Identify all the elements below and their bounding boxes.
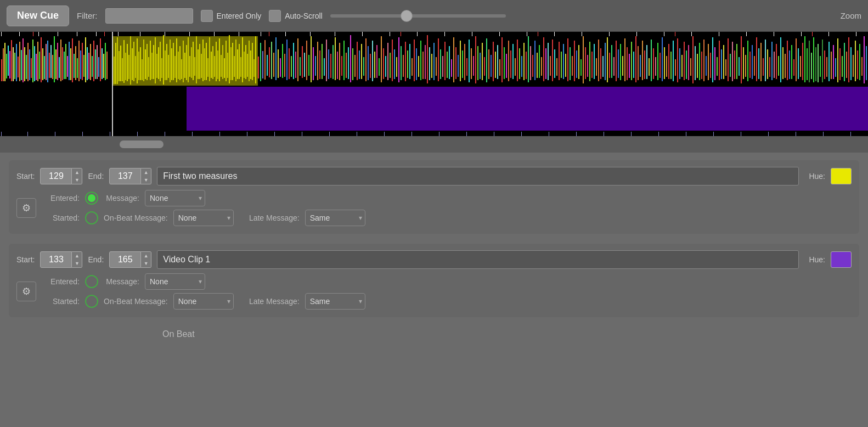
svg-rect-492 xyxy=(466,132,467,136)
cue-1-end-input[interactable] xyxy=(109,168,141,184)
svg-rect-7 xyxy=(118,32,119,36)
cue-2-end-up[interactable]: ▲ xyxy=(141,252,151,260)
svg-rect-47 xyxy=(4,43,5,81)
svg-rect-71 xyxy=(44,56,45,79)
svg-rect-183 xyxy=(234,56,235,77)
cue-2-gear-button[interactable]: ⚙ xyxy=(16,282,36,301)
svg-rect-505 xyxy=(823,132,824,136)
svg-rect-305 xyxy=(495,52,496,78)
svg-rect-460 xyxy=(835,58,836,77)
svg-rect-287 xyxy=(455,47,456,79)
zoom-slider-thumb[interactable] xyxy=(401,10,413,22)
svg-rect-378 xyxy=(655,57,656,76)
cue-1-start-label: Start: xyxy=(16,172,35,181)
svg-rect-251 xyxy=(376,45,377,78)
cue-1-name-input[interactable] xyxy=(157,167,799,186)
svg-rect-273 xyxy=(425,45,426,79)
svg-rect-269 xyxy=(416,48,417,80)
svg-rect-172 xyxy=(216,42,217,81)
svg-rect-499 xyxy=(658,132,659,136)
svg-rect-220 xyxy=(308,55,309,76)
cue-1-start-down[interactable]: ▼ xyxy=(72,176,82,184)
cue-2-start-input[interactable] xyxy=(40,251,72,268)
svg-rect-23 xyxy=(527,32,527,36)
svg-rect-114 xyxy=(120,46,121,81)
svg-rect-281 xyxy=(442,56,443,77)
cue-2-end-input[interactable] xyxy=(109,251,141,268)
cue-1-start-up[interactable]: ▲ xyxy=(72,168,82,176)
cue-1-entered-radio[interactable] xyxy=(85,192,98,205)
auto-scroll-checkbox[interactable] xyxy=(269,10,281,22)
svg-rect-463 xyxy=(842,56,843,77)
svg-rect-311 xyxy=(508,41,509,81)
svg-rect-101 xyxy=(93,41,94,81)
cue-1-on-beat-select[interactable]: None Note On Note Off CC xyxy=(173,210,234,226)
svg-rect-424 xyxy=(756,37,757,81)
cue-1-end-up[interactable]: ▲ xyxy=(141,168,151,176)
cue-2-message-select-wrap: None Note On Note Off CC xyxy=(145,273,205,290)
svg-rect-142 xyxy=(166,44,167,80)
svg-rect-386 xyxy=(673,41,674,81)
cue-1-started-radio[interactable] xyxy=(85,211,98,224)
svg-rect-466 xyxy=(848,37,849,82)
cue-2-start-down[interactable]: ▼ xyxy=(72,260,82,267)
waveform-scrollbar-area[interactable] xyxy=(0,136,868,153)
svg-rect-363 xyxy=(622,56,623,76)
cue-1-message-select[interactable]: None Note On Note Off CC xyxy=(145,190,205,206)
cue-2-late-select[interactable]: Same None Note On Note Off xyxy=(305,293,365,310)
svg-rect-384 xyxy=(668,44,669,79)
cue-2-start-up[interactable]: ▲ xyxy=(72,252,82,260)
svg-rect-17 xyxy=(362,32,363,36)
cue-1-end-down[interactable]: ▼ xyxy=(141,176,151,184)
cue-2-end-field-wrap: ▲ ▼ xyxy=(109,251,151,268)
svg-rect-258 xyxy=(392,40,393,81)
svg-rect-497 xyxy=(604,132,604,136)
cue-2-message-select[interactable]: None Note On Note Off CC xyxy=(145,273,205,290)
svg-rect-141 xyxy=(165,50,166,80)
cue-1-start-field-wrap: ▲ ▼ xyxy=(40,168,82,184)
cue-2-on-beat-select[interactable]: None Note On Note Off CC xyxy=(173,293,234,310)
svg-rect-299 xyxy=(482,43,483,80)
svg-rect-202 xyxy=(269,47,270,77)
svg-rect-165 xyxy=(204,48,205,80)
svg-rect-371 xyxy=(640,55,641,77)
entered-only-checkbox[interactable] xyxy=(201,10,213,22)
svg-rect-389 xyxy=(679,48,680,79)
svg-rect-148 xyxy=(176,38,177,82)
cue-2-entered-row: Entered: Message: None Note On Note Off … xyxy=(44,273,365,290)
svg-rect-327 xyxy=(543,37,544,81)
svg-rect-234 xyxy=(339,43,340,80)
cue-2-name-input[interactable] xyxy=(157,250,799,269)
svg-rect-364 xyxy=(624,38,625,81)
cue-2-entered-radio[interactable] xyxy=(85,275,98,288)
svg-rect-359 xyxy=(613,57,615,76)
waveform-display[interactable] xyxy=(0,32,868,136)
new-cue-button[interactable]: New Cue xyxy=(7,5,69,26)
cue-1-late-select[interactable]: Same None Note On Note Off xyxy=(305,210,365,226)
svg-rect-25 xyxy=(582,32,582,36)
svg-rect-138 xyxy=(160,42,161,81)
svg-rect-425 xyxy=(758,48,759,79)
svg-rect-144 xyxy=(170,40,171,82)
cue-2-started-radio[interactable] xyxy=(85,295,98,308)
filter-input[interactable] xyxy=(105,8,193,24)
svg-rect-14 xyxy=(285,32,286,36)
svg-rect-212 xyxy=(291,56,292,77)
waveform-scrollbar-thumb[interactable] xyxy=(120,141,164,148)
svg-rect-432 xyxy=(774,52,775,78)
svg-rect-453 xyxy=(820,56,821,77)
cue-2-end-down[interactable]: ▼ xyxy=(141,260,151,267)
cue-1-gear-button[interactable]: ⚙ xyxy=(16,198,36,218)
svg-rect-430 xyxy=(769,57,770,77)
svg-rect-29 xyxy=(691,32,692,36)
svg-rect-456 xyxy=(826,57,827,77)
svg-rect-79 xyxy=(57,43,58,80)
cue-1-start-input[interactable] xyxy=(40,168,72,184)
svg-rect-291 xyxy=(464,44,465,80)
zoom-slider-track[interactable] xyxy=(330,14,506,18)
svg-rect-330 xyxy=(550,56,551,76)
svg-rect-190 xyxy=(245,45,246,79)
svg-rect-82 xyxy=(62,47,63,80)
cue-2-hue-swatch[interactable] xyxy=(831,251,852,268)
cue-1-hue-swatch[interactable] xyxy=(831,168,852,184)
